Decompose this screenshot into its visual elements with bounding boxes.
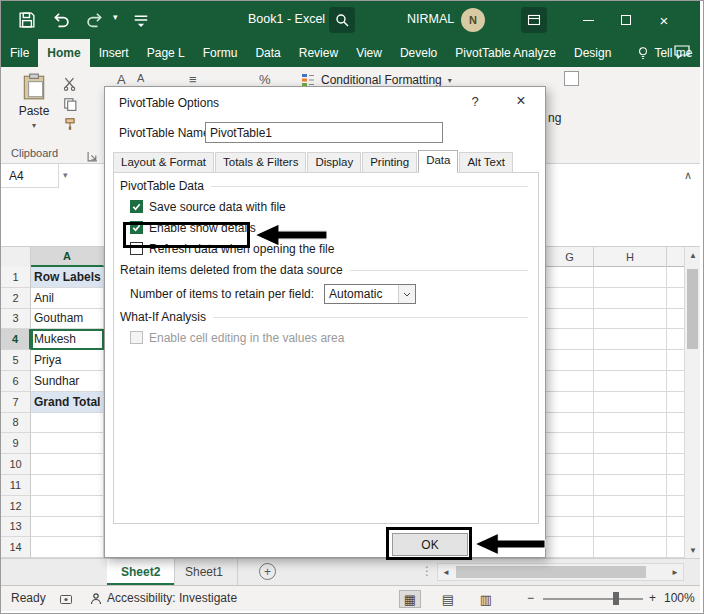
cell-a7[interactable]: Grand Total <box>31 392 104 413</box>
normal-view-icon[interactable]: ▦ <box>399 590 421 608</box>
close-button[interactable]: × <box>646 1 682 39</box>
select-all-corner[interactable] <box>1 247 31 267</box>
vertical-scroll-thumb[interactable] <box>687 269 698 349</box>
row-header-14[interactable]: 14 <box>1 537 31 558</box>
tab-page-layout[interactable]: Page L <box>138 39 194 67</box>
undo-icon[interactable] <box>51 10 71 30</box>
cell-a11[interactable] <box>31 475 104 496</box>
pivottable-name-input[interactable] <box>205 122 443 143</box>
tab-developer[interactable]: Develo <box>391 39 446 67</box>
cell-a2[interactable]: Anil <box>31 288 104 309</box>
row-header-12[interactable]: 12 <box>1 496 31 517</box>
accessibility-status[interactable]: Accessibility: Investigate <box>107 591 237 605</box>
cell-a5[interactable]: Priya <box>31 350 104 371</box>
macro-record-icon[interactable] <box>59 592 73 609</box>
maximize-button[interactable] <box>608 1 644 39</box>
copy-icon[interactable] <box>63 97 77 111</box>
zoom-slider-thumb[interactable] <box>613 592 619 605</box>
row-header-4[interactable]: 4 <box>1 329 31 350</box>
redo-icon[interactable] <box>85 10 105 30</box>
tab-display[interactable]: Display <box>307 152 361 173</box>
vertical-scrollbar[interactable]: ▲ ▼ <box>684 247 700 558</box>
tab-layout-format[interactable]: Layout & Format <box>113 152 214 173</box>
page-break-view-icon[interactable]: ▥ <box>475 590 497 608</box>
account-name[interactable]: NIRMAL <box>407 12 454 26</box>
row-header-11[interactable]: 11 <box>1 475 31 496</box>
splitter-handle-icon[interactable]: ⋮ <box>421 564 433 578</box>
row-header-5[interactable]: 5 <box>1 350 31 371</box>
accessibility-icon[interactable] <box>89 592 103 609</box>
retain-items-dropdown[interactable]: Automatic <box>324 284 416 304</box>
tab-data[interactable]: Data <box>418 150 458 173</box>
qat-customize-icon[interactable] <box>131 10 151 30</box>
cell-a4-selected[interactable]: Mukesh <box>31 329 104 350</box>
worksheet-grid-right[interactable] <box>546 267 684 558</box>
alignment-icon[interactable]: ≡ <box>189 72 197 87</box>
tab-insert[interactable]: Insert <box>90 39 138 67</box>
page-layout-view-icon[interactable]: ▤ <box>437 590 459 608</box>
cell-a6[interactable]: Sundhar <box>31 371 104 392</box>
dialog-launcher-icon[interactable] <box>87 148 98 159</box>
tab-alt-text[interactable]: Alt Text <box>459 152 513 173</box>
tab-design[interactable]: Design <box>565 39 620 67</box>
zoom-slider[interactable] <box>543 598 643 600</box>
cell-a13[interactable] <box>31 517 104 538</box>
row-header-10[interactable]: 10 <box>1 454 31 475</box>
cell-a1[interactable]: Row Labels <box>31 267 104 288</box>
row-header-13[interactable]: 13 <box>1 517 31 538</box>
cell-a3[interactable]: Goutham <box>31 309 104 330</box>
conditional-formatting-button[interactable]: Conditional Formatting ▾ <box>301 73 452 87</box>
scroll-down-icon[interactable]: ▼ <box>685 542 701 558</box>
number-format-icon[interactable]: % <box>259 72 271 87</box>
zoom-level[interactable]: 100% <box>664 591 695 605</box>
scroll-left-icon[interactable]: ◄ <box>438 564 454 580</box>
search-icon[interactable] <box>329 7 355 33</box>
formula-bar-expand-icon[interactable]: ∧ <box>684 169 692 182</box>
zoom-out-button[interactable]: − <box>527 591 534 605</box>
tab-totals-filters[interactable]: Totals & Filters <box>215 152 306 173</box>
format-painter-icon[interactable] <box>63 117 77 131</box>
row-header-9[interactable]: 9 <box>1 433 31 454</box>
row-header-3[interactable]: 3 <box>1 309 31 330</box>
dialog-close-button[interactable]: × <box>509 92 533 110</box>
tab-printing[interactable]: Printing <box>362 152 417 173</box>
horizontal-scroll-thumb[interactable] <box>456 566 646 578</box>
paste-button[interactable]: Paste ▾ <box>13 73 55 149</box>
tab-review[interactable]: Review <box>290 39 347 67</box>
comments-icon[interactable] <box>673 44 691 64</box>
column-header-g[interactable]: G <box>546 247 594 267</box>
tab-pivottable-analyze[interactable]: PivotTable Analyze <box>446 39 565 67</box>
checkbox-save-source-data[interactable]: Save source data with file <box>130 198 538 215</box>
name-box[interactable]: A4 <box>1 164 59 188</box>
dialog-help-button[interactable]: ? <box>465 94 485 109</box>
minimize-button[interactable] <box>570 1 606 39</box>
cell-a10[interactable] <box>31 454 104 475</box>
font-group-icon[interactable]: A <box>117 72 126 87</box>
tab-data[interactable]: Data <box>246 39 289 67</box>
row-header-6[interactable]: 6 <box>1 371 31 392</box>
avatar[interactable]: N <box>461 8 485 32</box>
add-sheet-button[interactable]: + <box>259 563 276 580</box>
row-header-2[interactable]: 2 <box>1 288 31 309</box>
row-header-8[interactable]: 8 <box>1 413 31 434</box>
column-header-h[interactable]: H <box>594 247 667 267</box>
save-icon[interactable] <box>17 10 37 30</box>
sheet-tab-sheet1[interactable]: Sheet1 <box>171 559 238 585</box>
cell-a9[interactable] <box>31 433 104 454</box>
sheet-tab-sheet2[interactable]: Sheet2 <box>107 559 175 585</box>
zoom-in-button[interactable]: + <box>649 591 656 605</box>
tab-home[interactable]: Home <box>38 39 89 67</box>
format-as-table-icon[interactable] <box>564 71 579 86</box>
scroll-up-icon[interactable]: ▲ <box>685 247 701 263</box>
tab-formulas[interactable]: Formu <box>194 39 247 67</box>
horizontal-scrollbar[interactable]: ◄ ► <box>437 563 684 581</box>
column-header-a[interactable]: A <box>31 247 104 267</box>
checked-checkbox-icon[interactable] <box>130 200 143 213</box>
cell-a12[interactable] <box>31 496 104 517</box>
font-size-icon[interactable]: A <box>137 72 144 84</box>
qat-dropdown-icon[interactable]: ▾ <box>113 12 118 22</box>
tab-view[interactable]: View <box>347 39 391 67</box>
row-header-1[interactable]: 1 <box>1 267 31 288</box>
tab-file[interactable]: File <box>1 39 38 67</box>
cell-a8[interactable] <box>31 413 104 434</box>
